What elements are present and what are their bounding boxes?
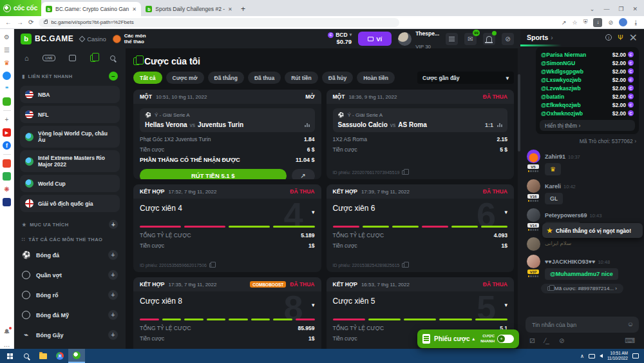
- sidebar-item-world-cup[interactable]: World Cup: [20, 175, 120, 192]
- home-icon[interactable]: ⌂: [24, 54, 29, 62]
- nav-sports[interactable]: Các mônthể thao: [113, 33, 146, 44]
- stats-icon[interactable]: [305, 123, 310, 127]
- chat-scroll-area[interactable]: @Parisa Nierman$2.00C @SimonNGU$2.00C @W…: [520, 46, 644, 313]
- collapse-quicklinks-button[interactable]: −: [109, 72, 118, 81]
- taskbar-search-icon[interactable]: [18, 349, 35, 363]
- filter-open[interactable]: Cược mở: [166, 72, 204, 84]
- volume-icon[interactable]: [600, 354, 603, 358]
- profile-avatar[interactable]: [619, 18, 627, 26]
- minimize-button[interactable]: —: [603, 6, 609, 12]
- download-active-icon[interactable]: ↓: [593, 18, 602, 27]
- notifications-bell-icon[interactable]: [483, 33, 495, 45]
- add-favorite-button[interactable]: +: [109, 220, 118, 229]
- avatar[interactable]: [527, 208, 540, 222]
- trophy-icon[interactable]: Ψ: [618, 34, 623, 41]
- expand-caret-icon[interactable]: ▾: [312, 209, 315, 215]
- user-menu[interactable]: Thespe... VIP 30: [398, 26, 439, 52]
- new-tab-button[interactable]: +: [241, 5, 245, 14]
- sidebar-sport-football[interactable]: ⚽Bóng đá+: [14, 245, 126, 265]
- bookmaker-icon[interactable]: [3, 198, 11, 206]
- filter-cancelled[interactable]: Đã hủy: [322, 72, 353, 84]
- tab-search-icon[interactable]: ⌄: [590, 6, 595, 12]
- sidebar-item-nfl[interactable]: NFL: [20, 106, 120, 123]
- rules-icon[interactable]: ⊘: [559, 337, 564, 344]
- coccoc-brand[interactable]: cốc cốc: [0, 0, 41, 16]
- close-chat-icon[interactable]: ✕: [629, 32, 638, 44]
- network-icon[interactable]: [589, 354, 595, 358]
- cashout-button[interactable]: RÚT TIỀN 5.1 $: [140, 169, 287, 179]
- tab-close-icon[interactable]: ✕: [228, 7, 232, 12]
- sidebar-item-iem-rio[interactable]: Intel Extreme Masters Rio Major 2022: [20, 150, 120, 172]
- sidebar-sport-american-football[interactable]: Bóng đá Mỹ+: [14, 305, 126, 325]
- browser-tab-challenges[interactable]: b Sports Daily Challenges #2 - ✕: [141, 2, 237, 16]
- chat-tab-sports[interactable]: Sports: [527, 34, 548, 41]
- sidebar-sport-cricket[interactable]: ⌁Bóng Gậy+: [14, 325, 126, 345]
- notifications-blocked-icon[interactable]: ⊘: [608, 19, 613, 26]
- mail-icon[interactable]: ✉99: [464, 33, 477, 45]
- betslip-button[interactable]: Phiếu cược▴ CƯỢCNHANH +: [417, 329, 519, 348]
- menu-list-icon[interactable]: [446, 33, 458, 45]
- match-panel[interactable]: ⚽Ý - Giải Serie A Sassuolo Calcio vs AS …: [333, 108, 508, 132]
- clock[interactable]: 10:51 AM 11/10/2022: [607, 351, 628, 362]
- expand-icon[interactable]: +: [108, 250, 118, 260]
- chevron-right-icon[interactable]: ›: [551, 34, 553, 41]
- filter-won[interactable]: Đã thắng: [208, 72, 244, 84]
- schedule-icon[interactable]: [69, 55, 76, 61]
- keyboard-icon[interactable]: ⌨: [625, 337, 635, 345]
- tray-expand-icon[interactable]: ∧: [580, 353, 584, 359]
- match-panel[interactable]: ⚽Ý - Giải Serie A Hellas Verona vs Juven…: [140, 108, 315, 132]
- browser-tab-bcgame[interactable]: b BC.Game: Crypto Casino Gan ✕: [41, 2, 141, 16]
- downloads-tray-icon[interactable]: ⭳: [633, 19, 639, 26]
- avatar[interactable]: [527, 237, 540, 251]
- filter-all[interactable]: Tất cả: [133, 72, 162, 84]
- expand-icon[interactable]: +: [108, 290, 118, 300]
- chat-username[interactable]: Peteypowers69: [545, 212, 587, 219]
- alerts-bell-icon[interactable]: 🔔︎: [3, 328, 11, 336]
- nav-casino[interactable]: Casino: [80, 35, 106, 43]
- quick-bet-switch[interactable]: +: [497, 335, 514, 343]
- sidebar-item-wc-qualifiers[interactable]: Vòng loại World Cup, châu Âu: [20, 126, 120, 148]
- chrome-icon[interactable]: [52, 349, 68, 363]
- add-shortcut-icon[interactable]: +: [3, 115, 11, 124]
- avatar[interactable]: [527, 179, 540, 193]
- sidebar-sport-basketball[interactable]: Bóng rổ+: [14, 285, 126, 305]
- expand-icon[interactable]: +: [108, 330, 118, 340]
- slash-commands-icon[interactable]: ⁄_: [545, 337, 549, 344]
- games-icon[interactable]: [3, 97, 11, 106]
- reload-icon[interactable]: ⟳: [28, 19, 33, 26]
- expand-caret-icon[interactable]: ▾: [504, 209, 507, 215]
- emoji-icon[interactable]: ☺: [627, 320, 634, 328]
- promotions-icon[interactable]: ⊘: [502, 33, 514, 45]
- tab-close-icon[interactable]: ✕: [132, 7, 137, 12]
- shield-icon[interactable]: ⛨: [583, 19, 588, 26]
- live-icon[interactable]: LIVE: [43, 55, 55, 61]
- close-button[interactable]: ✕: [632, 6, 638, 12]
- youtube-icon[interactable]: ▶: [3, 128, 11, 137]
- show-more-button[interactable]: Hiển thị thêm ›: [540, 120, 635, 131]
- shopee-icon[interactable]: [3, 172, 11, 181]
- game-code-link[interactable]: Mã Trò chơi: 5377062 ›: [520, 134, 644, 146]
- avatar[interactable]: [527, 255, 540, 268]
- copy-icon[interactable]: [402, 170, 406, 175]
- avatar[interactable]: [527, 150, 540, 163]
- copy-icon[interactable]: [209, 263, 213, 268]
- dice-icon[interactable]: ⚂: [529, 337, 535, 344]
- more-icon[interactable]: …: [3, 340, 11, 349]
- share-bet-button[interactable]: ↗: [292, 169, 315, 179]
- sidebar-item-national-league[interactable]: Giải vô địch quốc gia: [20, 195, 120, 212]
- chat-username[interactable]: سلام ایرانی: [545, 237, 571, 251]
- bird-chat-icon[interactable]: ❝: [3, 84, 11, 93]
- bcgame-logo[interactable]: b BC.GAME: [21, 34, 73, 44]
- chat-username[interactable]: Zahir91: [545, 153, 565, 160]
- back-icon[interactable]: ←: [5, 19, 12, 26]
- expand-caret-icon[interactable]: ▾: [312, 302, 315, 308]
- url-field[interactable]: bc.game/vi/sports?bt-path=%2Fbets: [39, 18, 399, 27]
- tiki-icon[interactable]: [3, 159, 11, 168]
- wallet-button[interactable]: Ví: [358, 32, 392, 46]
- my-bets-icon[interactable]: [90, 55, 96, 62]
- messenger-icon[interactable]: [3, 72, 11, 80]
- start-button[interactable]: [1, 349, 18, 363]
- balance-selector[interactable]: CBCD▾ $0.79: [328, 32, 352, 46]
- crown-deals-icon[interactable]: ♛: [3, 59, 11, 67]
- coccoc-taskbar-icon[interactable]: [68, 349, 85, 363]
